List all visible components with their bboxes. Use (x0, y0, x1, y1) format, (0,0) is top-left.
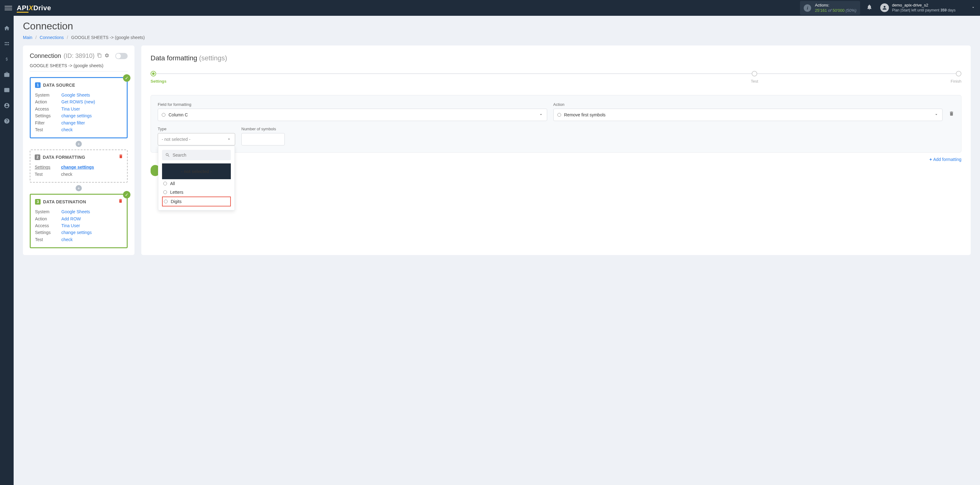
logo[interactable]: APIXDrive (17, 4, 51, 12)
step3-test[interactable]: check (61, 236, 73, 243)
sidebar (0, 16, 14, 264)
app-header: APIXDrive i Actions: 25'161 of 50'000 (5… (0, 0, 980, 16)
add-formatting-link[interactable]: +Add formatting (151, 157, 961, 162)
action-select[interactable]: Remove first symbols (554, 109, 943, 121)
page-title: Connection (23, 21, 971, 32)
field-label: Field for formatting (158, 102, 547, 107)
option-letters[interactable]: Letters (162, 188, 231, 197)
briefcase-icon[interactable] (4, 71, 10, 79)
step2-test: check (61, 171, 73, 178)
actions-label: Actions: (815, 3, 856, 8)
action-label: Action (554, 102, 943, 107)
chevron-up-icon (227, 137, 231, 142)
actions-total: 50'000 (832, 8, 845, 13)
type-dropdown: - not selected - All Letters Digits (158, 146, 235, 211)
check-icon: ✓ (123, 74, 130, 82)
data-source-box[interactable]: ✓ 1DATA SOURCE SystemGoogle Sheets Actio… (30, 77, 128, 138)
user-menu[interactable]: demo_apix-drive_s2 Plan |Start| left unt… (880, 3, 975, 13)
actions-of: of (828, 8, 832, 13)
row-trash-icon[interactable] (949, 111, 954, 121)
copy-icon[interactable] (97, 53, 102, 59)
search-icon (165, 152, 170, 157)
check-icon: ✓ (123, 191, 130, 198)
option-digits[interactable]: Digits (162, 197, 231, 206)
panel-subtitle: (settings) (199, 54, 227, 62)
actions-pct: (50%) (846, 8, 856, 13)
option-none[interactable]: - not selected - (162, 163, 231, 179)
billing-icon[interactable] (5, 56, 9, 64)
trash-icon[interactable] (118, 198, 123, 204)
step1-filter[interactable]: change filter (61, 119, 85, 126)
actions-counter[interactable]: i Actions: 25'161 of 50'000 (50%) (800, 1, 860, 15)
field-select[interactable]: Column C (158, 109, 547, 121)
data-formatting-box[interactable]: 2DATA FORMATTING Settingschange settings… (30, 149, 128, 182)
account-icon[interactable] (4, 103, 10, 110)
chevron-down-icon (934, 113, 939, 117)
step1-access[interactable]: Tina User (61, 106, 80, 113)
step1-action[interactable]: Get ROWS (new) (61, 98, 95, 105)
stepper-settings[interactable] (151, 71, 156, 76)
formatting-form: Field for formatting Column C Action Rem… (151, 95, 961, 152)
home-icon[interactable] (4, 25, 10, 33)
step3-settings[interactable]: change settings (61, 229, 92, 236)
type-select[interactable]: - not selected - - not selected - All Le… (158, 133, 235, 146)
video-icon[interactable] (4, 87, 10, 95)
step1-title: DATA SOURCE (43, 82, 75, 87)
step2-settings[interactable]: change settings (61, 164, 94, 171)
search-input[interactable] (173, 152, 228, 157)
help-icon[interactable] (4, 118, 10, 126)
connection-title: Connection (30, 52, 61, 59)
step1-settings[interactable]: change settings (61, 113, 92, 119)
breadcrumb-current: GOOGLE SHEETS -> (google sheets) (71, 35, 145, 40)
bell-icon[interactable] (866, 4, 872, 12)
actions-count: 25'161 (815, 8, 827, 13)
step1-system[interactable]: Google Sheets (61, 92, 90, 98)
gear-icon[interactable] (104, 53, 109, 59)
menu-icon[interactable] (5, 6, 12, 10)
step3-access[interactable]: Tina User (61, 222, 80, 229)
chevron-down-icon (539, 113, 543, 117)
connection-id: (ID: 38910) (64, 52, 94, 59)
add-step-button-2[interactable]: + (76, 185, 82, 191)
breadcrumb: Main / Connections / GOOGLE SHEETS -> (g… (23, 35, 971, 40)
breadcrumb-connections[interactable]: Connections (40, 35, 64, 40)
trash-icon[interactable] (118, 154, 123, 160)
step2-title: DATA FORMATTING (43, 155, 85, 160)
stepper-finish[interactable] (956, 71, 961, 76)
type-label: Type (158, 127, 235, 131)
stepper-test[interactable] (752, 71, 757, 76)
plan-info: Plan |Start| left until payment 359 days (892, 8, 956, 13)
radio-icon (162, 113, 165, 117)
panel-title: Data formatting (151, 54, 197, 62)
num-symbols-input[interactable] (241, 133, 285, 146)
dropdown-search[interactable] (162, 150, 231, 160)
info-icon: i (804, 4, 811, 12)
connection-panel: Connection (ID: 38910) GOOGLE SHEETS -> … (23, 46, 134, 255)
add-step-button[interactable]: + (76, 141, 82, 147)
step3-action[interactable]: Add ROW (61, 216, 81, 222)
connection-subtitle: GOOGLE SHEETS -> (google sheets) (30, 63, 128, 71)
data-destination-box[interactable]: ✓ 3DATA DESTINATION SystemGoogle Sheets … (30, 194, 128, 248)
radio-icon (557, 113, 561, 117)
breadcrumb-main[interactable]: Main (23, 35, 32, 40)
chevron-down-icon[interactable] (971, 5, 975, 11)
user-name: demo_apix-drive_s2 (892, 3, 956, 8)
formatting-panel: Data formatting (settings) Settings Test… (141, 46, 971, 255)
wizard-stepper: Settings Test Finish (151, 71, 961, 76)
step3-system[interactable]: Google Sheets (61, 208, 90, 215)
avatar-icon (880, 3, 889, 12)
option-all[interactable]: All (162, 179, 231, 188)
step3-title: DATA DESTINATION (43, 199, 86, 204)
num-label: Number of symbols (241, 127, 285, 131)
step1-test[interactable]: check (61, 126, 73, 133)
connection-toggle[interactable] (115, 53, 128, 59)
connections-icon[interactable] (4, 41, 10, 48)
